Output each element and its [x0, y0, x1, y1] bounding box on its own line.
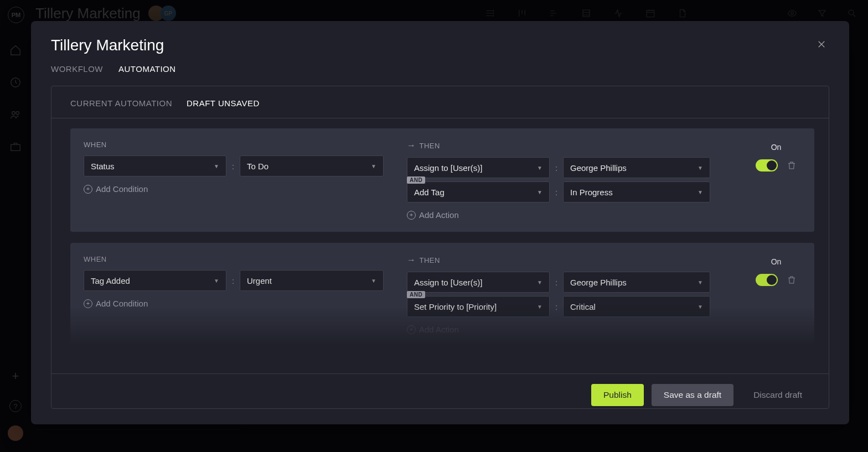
add-condition-button[interactable]: +Add Condition — [84, 184, 394, 194]
add-action-button[interactable]: +Add Action — [407, 325, 738, 334]
publish-button[interactable]: Publish — [591, 384, 644, 406]
then-action-dropdown[interactable]: Assign to [User(s)]▼ — [407, 272, 550, 293]
tab-automation[interactable]: AUTOMATION — [118, 64, 176, 74]
toggle-label: On — [771, 257, 782, 266]
subtab-draft[interactable]: DRAFT UNSAVED — [187, 98, 260, 108]
when-value-dropdown[interactable]: Urgent▼ — [240, 270, 384, 291]
then-value-dropdown[interactable]: Critical▼ — [563, 296, 710, 317]
toggle-label: On — [771, 143, 782, 152]
colon: : — [554, 188, 559, 197]
add-action-button[interactable]: +Add Action — [407, 210, 738, 220]
then-value-dropdown[interactable]: In Progress▼ — [563, 181, 710, 202]
add-condition-button[interactable]: +Add Condition — [84, 299, 394, 308]
colon: : — [554, 302, 559, 311]
rule-card: WHEN Status▼ : To Do▼ +Add Condition →TH… — [70, 128, 814, 232]
colon: : — [554, 278, 559, 287]
rules-list: WHEN Status▼ : To Do▼ +Add Condition →TH… — [51, 118, 829, 373]
then-label: →THEN — [407, 255, 738, 265]
when-value-dropdown[interactable]: To Do▼ — [240, 155, 384, 176]
when-field-dropdown[interactable]: Status▼ — [84, 155, 226, 176]
close-icon — [817, 39, 826, 49]
then-value-dropdown[interactable]: George Phillips▼ — [563, 272, 710, 293]
then-action-dropdown[interactable]: Assign to [User(s)]▼ — [407, 157, 550, 178]
when-field-dropdown[interactable]: Tag Added▼ — [84, 270, 226, 291]
discard-draft-button[interactable]: Discard draft — [741, 384, 814, 406]
rule-toggle[interactable] — [756, 159, 778, 172]
modal-title: Tillery Marketing — [51, 37, 176, 54]
then-action-dropdown[interactable]: Add Tag▼ — [407, 181, 550, 202]
subtab-current[interactable]: CURRENT AUTOMATION — [70, 98, 172, 108]
rule-toggle[interactable] — [756, 274, 778, 286]
and-badge: AND — [407, 176, 425, 184]
colon: : — [554, 163, 559, 173]
tab-workflow[interactable]: WORKFLOW — [51, 64, 103, 74]
automation-panel: CURRENT AUTOMATION DRAFT UNSAVED WHEN St… — [51, 86, 829, 409]
save-draft-button[interactable]: Save as a draft — [652, 384, 733, 406]
trash-icon[interactable] — [787, 160, 797, 171]
trash-icon[interactable] — [787, 274, 797, 285]
when-label: WHEN — [84, 255, 394, 263]
automation-modal: Tillery Marketing WORKFLOW AUTOMATION CU… — [31, 21, 849, 424]
rule-card: WHEN Tag Added▼ : Urgent▼ +Add Condition… — [70, 243, 814, 346]
then-label: →THEN — [407, 141, 738, 150]
then-action-dropdown[interactable]: Set Priority to [Priority]▼ — [407, 296, 550, 317]
when-label: WHEN — [84, 141, 394, 149]
colon: : — [231, 276, 235, 285]
close-button[interactable] — [814, 37, 829, 52]
and-badge: AND — [407, 291, 425, 298]
then-value-dropdown[interactable]: George Phillips▼ — [563, 157, 710, 178]
colon: : — [231, 162, 235, 171]
